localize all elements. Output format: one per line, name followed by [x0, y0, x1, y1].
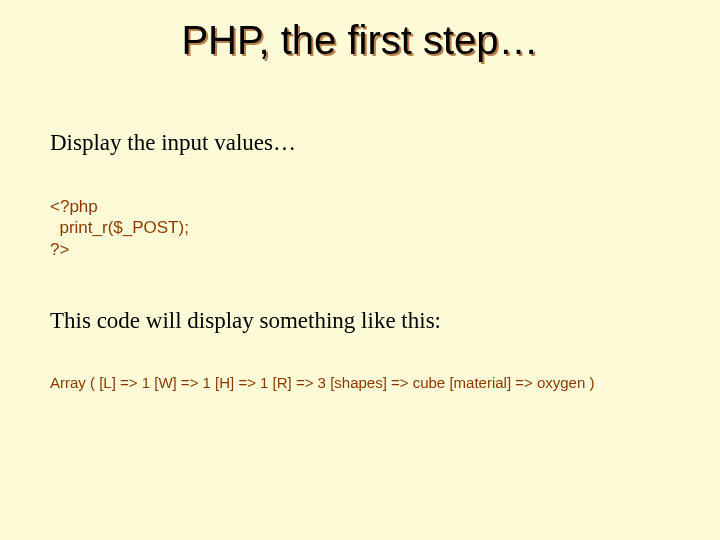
code-block: <?php print_r($_POST); ?> [50, 196, 680, 260]
explain-text: This code will display something like th… [50, 308, 680, 334]
output-text: Array ( [L] => 1 [W] => 1 [H] => 1 [R] =… [50, 374, 680, 391]
slide: PHP, the first step… PHP, the first step… [0, 0, 720, 540]
title-text: PHP, the first step… [181, 18, 538, 62]
slide-body: Display the input values… <?php print_r(… [50, 130, 680, 391]
slide-title: PHP, the first step… PHP, the first step… [0, 18, 720, 62]
intro-text: Display the input values… [50, 130, 680, 156]
